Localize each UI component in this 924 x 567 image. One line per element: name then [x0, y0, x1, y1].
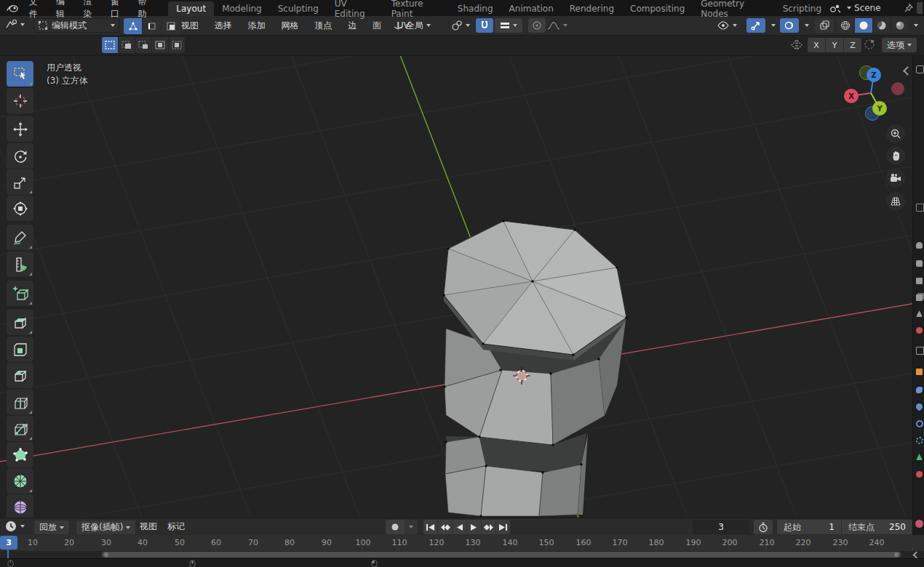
menu-file[interactable]: 文件 [23, 0, 50, 22]
select-intersect-button[interactable] [168, 37, 185, 53]
editor-type-button[interactable] [4, 18, 25, 31]
shading-solid-button[interactable] [854, 18, 872, 33]
menu-mesh[interactable]: 网格 [274, 16, 305, 35]
gizmos-chevron-icon[interactable] [771, 24, 776, 27]
workspace-tab-layout[interactable]: Layout [168, 1, 214, 16]
use-preview-range-button[interactable] [754, 520, 773, 534]
playback-menu[interactable]: 回放 [33, 520, 70, 535]
playhead[interactable]: 3 [0, 536, 17, 550]
data-tab-icon[interactable] [916, 454, 923, 460]
mesh-object[interactable] [442, 220, 627, 517]
workspace-tab-uv-editing[interactable]: UV Editing [327, 0, 383, 21]
tool-rotate-button[interactable] [7, 143, 33, 169]
tool-tab-icon[interactable] [916, 242, 923, 249]
physics-tab-icon[interactable] [916, 420, 923, 427]
gizmo-axis-y-ball[interactable]: Y [872, 101, 887, 116]
menu-help[interactable]: 帮助 [132, 0, 159, 22]
output-tab-icon[interactable] [916, 278, 923, 284]
select-invert-button[interactable] [151, 37, 168, 53]
auto-keying-button[interactable] [386, 520, 405, 534]
properties-corner-icon[interactable] [916, 204, 924, 212]
menu-edit[interactable]: 编辑 [50, 0, 77, 22]
tool-transform-button[interactable] [7, 196, 33, 221]
render-tab-icon[interactable] [916, 260, 923, 267]
timeline-ruler[interactable]: 10 20 30 40 50 60 70 80 90 100 110 120 1… [0, 535, 924, 551]
viewport-pan-button[interactable] [886, 146, 905, 165]
menu-window[interactable]: 窗口 [105, 0, 132, 22]
shading-wireframe-button[interactable] [837, 18, 854, 33]
tool-loop-cut-button[interactable] [7, 390, 33, 415]
snap-base-icon[interactable] [863, 39, 876, 50]
jump-to-start-button[interactable] [423, 520, 438, 534]
tool-cursor-button[interactable] [7, 88, 33, 113]
jump-to-end-button[interactable] [496, 520, 510, 534]
tool-poly-build-button[interactable] [7, 442, 33, 467]
gizmo-axis-z-ball[interactable]: Z [867, 68, 881, 82]
workspace-tab-geometry-nodes[interactable]: Geometry Nodes [693, 0, 774, 21]
tool-move-button[interactable] [7, 116, 33, 142]
object-tab-icon[interactable] [916, 369, 923, 375]
frame-start-field[interactable]: 起始 1 [777, 520, 841, 534]
gizmo-axis-neg-x-ball[interactable] [891, 82, 904, 95]
play-button[interactable] [467, 520, 482, 534]
tool-extrude-button[interactable] [7, 310, 33, 335]
viewlayer-tab-icon[interactable] [916, 294, 923, 301]
select-subtract-button[interactable] [135, 37, 151, 53]
tool-knife-button[interactable] [7, 416, 33, 441]
select-set-button[interactable] [102, 37, 118, 53]
overlays-toggle-button[interactable] [780, 18, 799, 33]
texture-tab-icon[interactable] [915, 520, 923, 528]
pivot-point-dropdown[interactable] [451, 18, 470, 33]
tool-spin-button[interactable] [7, 468, 33, 494]
timeline-marker-menu[interactable]: 标记 [167, 518, 185, 535]
tool-scale-button[interactable] [7, 169, 33, 195]
new-scene-button[interactable] [917, 2, 923, 14]
proportional-edit-button[interactable] [528, 18, 546, 33]
shading-rendered-button[interactable] [891, 18, 909, 33]
tool-measure-button[interactable] [7, 252, 33, 277]
workspace-tab-rendering[interactable]: Rendering [562, 1, 622, 16]
tool-select-box-button[interactable] [7, 61, 33, 87]
scene-icon[interactable] [829, 3, 841, 13]
mirror-z-button[interactable]: Z [843, 38, 861, 52]
next-keyframe-button[interactable] [482, 520, 496, 534]
viewport-camera-button[interactable] [886, 169, 905, 188]
modifier-tab-icon[interactable] [916, 387, 923, 393]
snap-toggle-button[interactable] [476, 18, 493, 33]
shading-chevron-icon[interactable] [914, 24, 918, 27]
timeline-view-menu[interactable]: 视图 [140, 518, 157, 535]
tool-bevel-button[interactable] [7, 363, 33, 388]
shading-material-button[interactable] [872, 18, 891, 33]
workspace-tab-animation[interactable]: Animation [501, 1, 562, 16]
workspace-tab-shading[interactable]: Shading [450, 1, 501, 16]
falloff-dropdown[interactable] [547, 18, 567, 33]
workspace-tab-modeling[interactable]: Modeling [214, 1, 270, 16]
scrollbar-right-handle[interactable] [894, 552, 899, 557]
timeline-scrollbar[interactable] [102, 552, 901, 558]
tool-add-cube-button[interactable] [7, 281, 33, 306]
keying-menu[interactable]: 抠像(插帧) [76, 520, 136, 535]
overlays-chevron-icon[interactable] [805, 24, 809, 27]
viewport-ortho-button[interactable] [886, 192, 905, 211]
menu-render[interactable]: 渲染 [78, 0, 105, 22]
options-dropdown[interactable]: 选项 [882, 38, 917, 52]
gizmo-axis-x-ball[interactable]: X [844, 89, 859, 103]
mirror-y-button[interactable]: Y [825, 38, 843, 52]
workspace-tab-compositing[interactable]: Compositing [622, 1, 693, 16]
pin-icon[interactable] [904, 3, 914, 13]
material-tab-icon[interactable] [916, 471, 923, 478]
collection-tab-icon[interactable] [916, 347, 924, 355]
select-extend-button[interactable] [118, 37, 135, 53]
menu-view[interactable]: 视图 [175, 16, 205, 35]
scene-name[interactable]: Scene [854, 3, 901, 13]
tool-annotate-button[interactable] [7, 225, 33, 250]
workspace-tab-sculpting[interactable]: Sculpting [270, 1, 327, 16]
timeline-editor-type-button[interactable] [4, 520, 25, 533]
tool-inset-button[interactable] [7, 337, 33, 362]
scene-dropdown-chevron-icon[interactable] [847, 7, 851, 9]
viewport-zoom-button[interactable] [886, 124, 905, 143]
prev-keyframe-button[interactable] [438, 520, 453, 534]
current-frame-field[interactable]: 3 [693, 520, 749, 534]
frame-end-field[interactable]: 结束点 250 [841, 520, 912, 534]
workspace-tab-texture-paint[interactable]: Texture Paint [383, 0, 450, 21]
